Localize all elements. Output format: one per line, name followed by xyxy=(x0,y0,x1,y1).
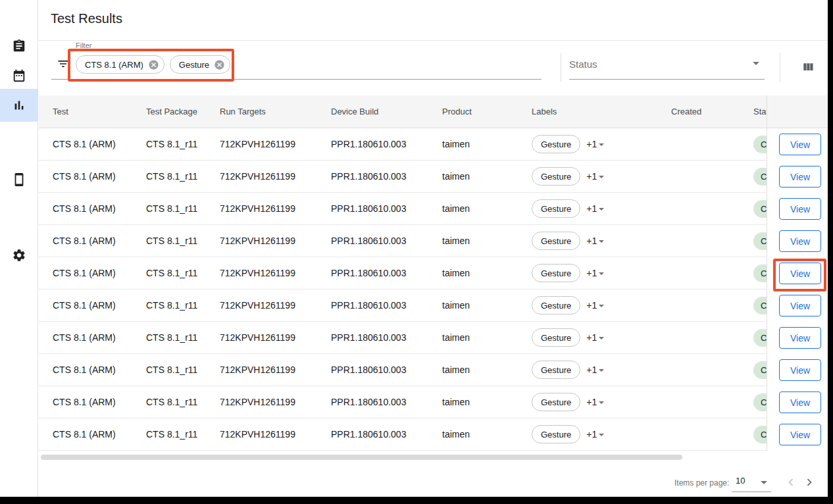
table-row: CTS 8.1 (ARM)CTS 8.1_r11712KPVH1261199PP… xyxy=(39,161,767,193)
toolbar-divider xyxy=(780,53,780,82)
status-chip: C xyxy=(753,393,767,411)
table-row: CTS 8.1 (ARM)CTS 8.1_r11712KPVH1261199PP… xyxy=(39,418,767,451)
more-labels-dropdown[interactable]: +1 xyxy=(586,332,604,343)
cell-product: taimen xyxy=(442,203,532,214)
cell-device-build: PPR1.180610.003 xyxy=(331,365,442,375)
cell-test-package: CTS 8.1_r11 xyxy=(146,429,220,440)
sidebar-item-devices[interactable] xyxy=(0,163,38,196)
cell-product: taimen xyxy=(442,236,532,246)
more-labels-dropdown[interactable]: +1 xyxy=(586,429,604,440)
more-labels-dropdown[interactable]: +1 xyxy=(586,300,604,311)
more-labels-dropdown[interactable]: +1 xyxy=(586,203,604,214)
label-chip: Gesture xyxy=(532,393,580,411)
cell-run-targets: 712KPVH1261199 xyxy=(220,236,331,246)
more-labels-dropdown[interactable]: +1 xyxy=(586,397,604,407)
cell-labels: Gesture+1 xyxy=(532,361,658,379)
cell-product: taimen xyxy=(442,139,532,149)
chevron-down-icon xyxy=(599,434,604,436)
cell-test-package: CTS 8.1_r11 xyxy=(146,268,220,278)
label-chip: Gesture xyxy=(532,167,580,186)
column-header-labels: Labels xyxy=(532,107,658,116)
chip-remove-button[interactable] xyxy=(214,59,225,70)
view-button[interactable]: View xyxy=(779,391,821,413)
view-button[interactable]: View xyxy=(779,295,821,316)
filter-list-icon[interactable] xyxy=(55,56,72,73)
cell-product: taimen xyxy=(442,171,532,182)
previous-page-button[interactable] xyxy=(782,474,800,492)
items-per-page-label: Items per page: xyxy=(674,478,729,488)
chevron-down-icon xyxy=(753,62,759,65)
view-button[interactable]: View xyxy=(779,198,821,220)
filter-toolbar: Filter CTS 8.1 (ARM)Gesture Status xyxy=(39,41,828,95)
cell-test-package: CTS 8.1_r11 xyxy=(146,139,220,149)
actions-column-header xyxy=(767,95,828,128)
items-per-page-select[interactable]: 10 xyxy=(732,474,771,492)
clipboard-icon xyxy=(12,39,26,53)
filter-input-underline xyxy=(51,79,542,80)
view-button[interactable]: View xyxy=(779,230,821,252)
chevron-down-icon xyxy=(599,240,604,243)
label-chip: Gesture xyxy=(532,296,580,315)
table-row: CTS 8.1 (ARM)CTS 8.1_r11712KPVH1261199PP… xyxy=(39,128,767,161)
cell-status: C xyxy=(751,361,767,379)
column-header-test-package: Test Package xyxy=(146,107,220,116)
more-labels-dropdown[interactable]: +1 xyxy=(586,365,604,375)
more-labels-dropdown[interactable]: +1 xyxy=(586,268,604,278)
cell-test: CTS 8.1 (ARM) xyxy=(53,236,146,246)
more-labels-dropdown[interactable]: +1 xyxy=(586,139,604,149)
status-chip: C xyxy=(753,200,767,218)
status-filter-select[interactable]: Status xyxy=(569,55,765,80)
sidebar-item-settings[interactable] xyxy=(0,239,38,272)
more-labels-count: +1 xyxy=(586,203,597,214)
cell-test: CTS 8.1 (ARM) xyxy=(53,203,146,214)
cell-product: taimen xyxy=(442,332,532,343)
status-select-label: Status xyxy=(569,59,597,70)
more-labels-dropdown[interactable]: +1 xyxy=(586,171,604,182)
cell-labels: Gesture+1 xyxy=(532,135,658,153)
view-button[interactable]: View xyxy=(779,424,821,445)
more-labels-count: +1 xyxy=(586,429,597,440)
horizontal-scrollbar[interactable] xyxy=(41,455,682,460)
sidebar-item-tests[interactable] xyxy=(0,30,38,63)
cell-status: C xyxy=(751,393,767,411)
column-header-test: Test xyxy=(53,107,146,116)
view-button[interactable]: View xyxy=(779,166,821,188)
cell-run-targets: 712KPVH1261199 xyxy=(220,332,331,343)
column-header-status: Status xyxy=(751,107,767,116)
more-labels-dropdown[interactable]: +1 xyxy=(586,236,604,246)
more-labels-count: +1 xyxy=(586,365,597,375)
view-button[interactable]: View xyxy=(779,263,821,284)
filter-chip[interactable]: CTS 8.1 (ARM) xyxy=(76,55,164,74)
chevron-down-icon xyxy=(599,305,604,307)
chevron-down-icon xyxy=(599,369,604,372)
view-button[interactable]: View xyxy=(779,134,821,155)
results-table-scroll-area: TestTest PackageRun TargetsDevice BuildP… xyxy=(39,95,767,451)
cell-labels: Gesture+1 xyxy=(532,264,658,282)
cell-run-targets: 712KPVH1261199 xyxy=(220,300,331,311)
cell-run-targets: 712KPVH1261199 xyxy=(220,268,331,278)
filter-chip[interactable]: Gesture xyxy=(170,55,230,74)
cell-test: CTS 8.1 (ARM) xyxy=(53,365,146,375)
cell-device-build: PPR1.180610.003 xyxy=(331,268,442,278)
view-button[interactable]: View xyxy=(779,327,821,349)
filter-chips-input[interactable]: CTS 8.1 (ARM)Gesture xyxy=(76,55,230,74)
page-title: Test Results xyxy=(51,11,122,26)
chip-remove-button[interactable] xyxy=(148,59,159,70)
cell-run-targets: 712KPVH1261199 xyxy=(220,139,331,149)
chevron-down-icon xyxy=(599,208,604,211)
label-chip: Gesture xyxy=(532,135,580,153)
view-button[interactable]: View xyxy=(779,359,821,381)
sidebar-item-plans[interactable] xyxy=(0,59,38,92)
sidebar-item-test-results[interactable] xyxy=(0,89,38,122)
view-columns-icon[interactable] xyxy=(797,56,819,78)
smartphone-icon xyxy=(12,172,26,187)
label-chip: Gesture xyxy=(532,425,580,443)
column-header-device-build: Device Build xyxy=(331,107,442,116)
close-circle-icon xyxy=(214,59,225,70)
cell-device-build: PPR1.180610.003 xyxy=(331,236,442,246)
close-circle-icon xyxy=(148,59,159,70)
cell-labels: Gesture+1 xyxy=(532,328,658,347)
next-page-button[interactable] xyxy=(800,474,819,492)
cell-status: C xyxy=(751,297,767,315)
cell-test: CTS 8.1 (ARM) xyxy=(53,139,146,149)
